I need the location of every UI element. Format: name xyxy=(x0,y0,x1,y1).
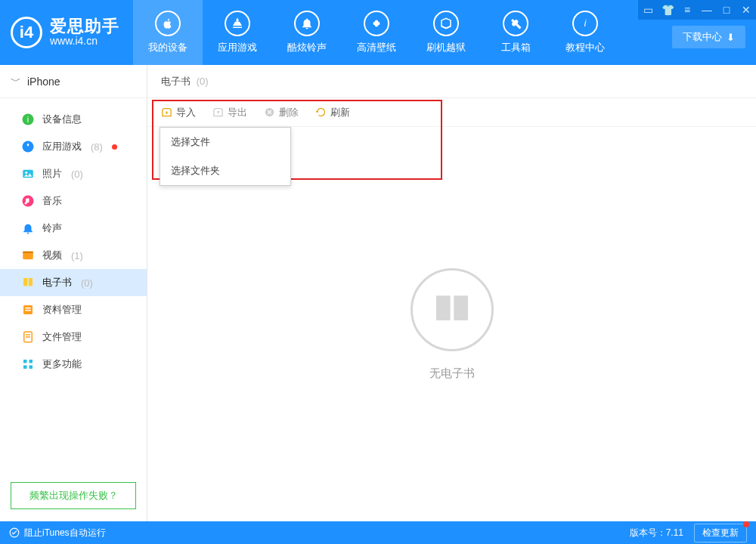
video-icon xyxy=(21,249,35,262)
nav-tutorials[interactable]: i 教程中心 xyxy=(550,0,620,65)
nav-jailbreak[interactable]: 刷机越狱 xyxy=(411,0,481,65)
delete-button[interactable]: 删除 xyxy=(264,106,299,119)
maximize-icon[interactable]: □ xyxy=(717,4,736,16)
help-button[interactable]: 频繁出现操作失败？ xyxy=(11,482,136,509)
sidebar-item-label: 更多功能 xyxy=(42,357,82,371)
logo[interactable]: i4 爱思助手 www.i4.cn xyxy=(0,0,133,65)
empty-text: 无电子书 xyxy=(429,366,475,381)
block-itunes-toggle[interactable]: 阻止iTunes自动运行 xyxy=(9,527,106,539)
sidebar: ﹀ iPhone i 设备信息 应用游戏 (8) 照片 (0) 音乐 xyxy=(0,65,147,521)
sidebar-item-label: 资料管理 xyxy=(42,303,82,317)
logo-text: 爱思助手 www.i4.cn xyxy=(50,17,119,48)
photo-icon xyxy=(21,167,35,181)
book-icon xyxy=(21,276,35,289)
svg-rect-16 xyxy=(29,360,33,363)
version: 版本号：7.11 xyxy=(630,527,683,539)
import-label: 导入 xyxy=(176,106,196,119)
nav-apps[interactable]: 应用游戏 xyxy=(203,0,272,65)
version-label: 版本号： xyxy=(630,527,666,538)
sidebar-item-count: (0) xyxy=(71,168,83,180)
delete-icon xyxy=(264,107,275,118)
close-icon[interactable]: ✕ xyxy=(736,4,756,16)
body: ﹀ iPhone i 设备信息 应用游戏 (8) 照片 (0) 音乐 xyxy=(0,65,756,521)
help-label: 频繁出现操作失败？ xyxy=(29,490,118,501)
skin-icon[interactable]: 👕 xyxy=(658,4,677,16)
nav-label: 酷炫铃声 xyxy=(287,41,327,54)
dropdown-select-file[interactable]: 选择文件 xyxy=(160,128,290,156)
sidebar-item-count: (1) xyxy=(71,250,83,261)
sidebar-item-data-mgmt[interactable]: 资料管理 xyxy=(0,296,147,323)
footer: 阻止iTunes自动运行 版本号：7.11 检查更新 xyxy=(0,521,756,544)
nav-label: 刷机越狱 xyxy=(426,41,466,54)
sidebar-item-file-mgmt[interactable]: 文件管理 xyxy=(0,323,147,351)
info-circle-icon: i xyxy=(21,113,35,126)
tab-label: 电子书 xyxy=(161,76,191,87)
sidebar-item-music[interactable]: 音乐 xyxy=(0,187,147,215)
sidebar-item-more[interactable]: 更多功能 xyxy=(0,351,147,378)
grid-icon xyxy=(21,357,35,371)
sidebar-item-label: 铃声 xyxy=(42,221,62,235)
device-name: iPhone xyxy=(27,76,60,88)
chevron-down-icon: ﹀ xyxy=(11,75,21,88)
sidebar-item-label: 文件管理 xyxy=(42,330,82,344)
sidebar-item-ringtones[interactable]: 铃声 xyxy=(0,215,147,242)
tab-bar: 电子书 (0) xyxy=(147,65,756,98)
nav-label: 工具箱 xyxy=(501,41,531,54)
nav-wallpapers[interactable]: 高清壁纸 xyxy=(342,0,411,65)
update-dot-icon xyxy=(743,521,749,527)
import-button[interactable]: 导入 xyxy=(161,106,196,119)
app-name: 爱思助手 xyxy=(50,17,119,36)
sidebar-item-videos[interactable]: 视频 (1) xyxy=(0,242,147,269)
sidebar-item-label: 设备信息 xyxy=(42,113,82,126)
apple-icon xyxy=(155,11,181,36)
main-panel: 电子书 (0) 导入 导出 删除 刷新 选择文件 xyxy=(147,65,756,521)
header: i4 爱思助手 www.i4.cn 我的设备 应用游戏 酷炫铃声 高清壁纸 刷机… xyxy=(0,0,756,65)
notification-dot-icon xyxy=(112,144,117,150)
dropdown-select-folder[interactable]: 选择文件夹 xyxy=(160,156,290,185)
nav-label: 高清壁纸 xyxy=(357,41,396,54)
info-icon: i xyxy=(572,11,598,36)
tab-ebooks[interactable]: 电子书 (0) xyxy=(161,75,209,88)
sidebar-item-device-info[interactable]: i 设备信息 xyxy=(0,106,147,133)
block-itunes-label: 阻止iTunes自动运行 xyxy=(24,527,106,539)
refresh-button[interactable]: 刷新 xyxy=(315,106,350,119)
apps-icon xyxy=(21,140,35,153)
sidebar-item-label: 音乐 xyxy=(42,194,62,208)
nav-toolbox[interactable]: 工具箱 xyxy=(481,0,550,65)
sidebar-item-count: (0) xyxy=(81,277,93,289)
minimize-icon[interactable]: — xyxy=(697,4,717,16)
appstore-icon xyxy=(225,11,250,36)
sidebar-item-ebooks[interactable]: 电子书 (0) xyxy=(0,269,147,296)
import-dropdown: 选择文件 选择文件夹 xyxy=(160,127,291,186)
update-label: 检查更新 xyxy=(702,527,739,538)
svg-text:i: i xyxy=(584,18,587,29)
sidebar-item-apps[interactable]: 应用游戏 (8) xyxy=(0,133,147,160)
export-label: 导出 xyxy=(228,106,247,119)
export-button[interactable]: 导出 xyxy=(212,106,247,119)
menu-icon[interactable]: ≡ xyxy=(677,4,697,16)
refresh-label: 刷新 xyxy=(330,106,350,119)
download-center-label: 下载中心 xyxy=(683,30,722,44)
file-icon xyxy=(21,330,35,344)
check-update-button[interactable]: 检查更新 xyxy=(694,524,747,542)
empty-state: 无电子书 xyxy=(147,127,756,521)
feedback-icon[interactable]: ▭ xyxy=(638,4,658,16)
svg-rect-18 xyxy=(29,366,33,369)
sidebar-item-label: 电子书 xyxy=(42,276,72,289)
data-icon xyxy=(21,303,35,317)
svg-rect-15 xyxy=(23,360,27,363)
delete-label: 删除 xyxy=(279,106,299,119)
nav-ringtones[interactable]: 酷炫铃声 xyxy=(272,0,342,65)
import-icon xyxy=(161,107,172,118)
nav-my-device[interactable]: 我的设备 xyxy=(133,0,203,65)
sidebar-item-photos[interactable]: 照片 (0) xyxy=(0,160,147,187)
nav-label: 教程中心 xyxy=(565,41,605,54)
device-selector[interactable]: ﹀ iPhone xyxy=(0,65,147,98)
music-icon xyxy=(21,194,35,208)
box-icon xyxy=(433,11,459,36)
dropdown-item-label: 选择文件 xyxy=(171,136,210,147)
download-center-button[interactable]: 下载中心 ⬇ xyxy=(672,26,745,48)
sidebar-item-count: (8) xyxy=(91,141,103,153)
logo-mark-icon: i4 xyxy=(11,17,42,48)
export-icon xyxy=(212,107,224,118)
